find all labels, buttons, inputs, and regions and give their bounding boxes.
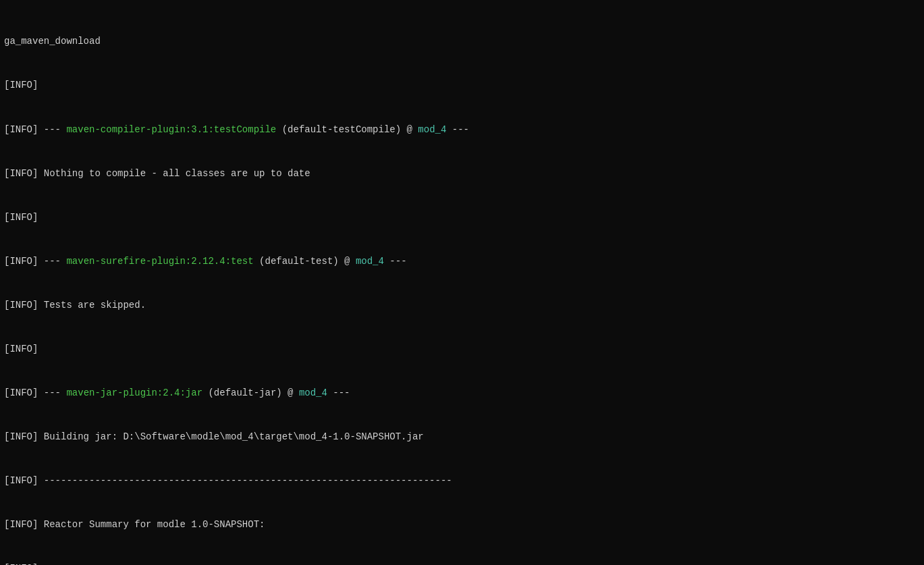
line-compiler-plugin: [INFO] --- maven-compiler-plugin:3.1:tes… [4,123,920,138]
terminal-window: ga_maven_download [INFO] [INFO] --- mave… [0,0,924,565]
line-reactor-summary: [INFO] Reactor Summary for modle 1.0-SNA… [4,518,920,533]
line-info-2: [INFO] [4,211,920,225]
line-surefire-plugin: [INFO] --- maven-surefire-plugin:2.12.4:… [4,254,920,269]
line-info-3: [INFO] [4,342,920,357]
line-nothing-to-compile: [INFO] Nothing to compile - all classes … [4,167,920,182]
line-tests-skipped: [INFO] Tests are skipped. [4,298,920,313]
line-jar-plugin: [INFO] --- maven-jar-plugin:2.4:jar (def… [4,386,920,401]
line-building-jar: [INFO] Building jar: D:\Software\modle\m… [4,430,920,445]
line-separator-1: [INFO] ---------------------------------… [4,474,920,489]
line-info-4: [INFO] [4,562,920,565]
line-info-1: [INFO] [4,78,920,93]
line-title: ga_maven_download [4,34,920,49]
